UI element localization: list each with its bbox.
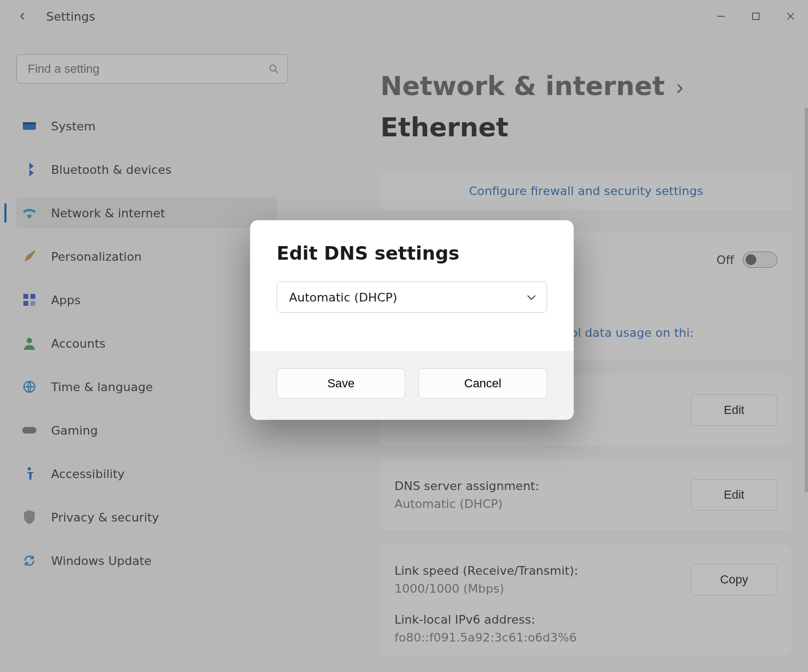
dialog-cancel-button[interactable]: Cancel (418, 368, 547, 399)
chevron-down-icon (526, 293, 537, 301)
dialog-title: Edit DNS settings (277, 242, 547, 264)
dns-mode-select[interactable]: Automatic (DHCP) (277, 281, 547, 313)
dialog-save-button[interactable]: Save (277, 368, 405, 399)
dns-mode-selected: Automatic (DHCP) (289, 291, 397, 304)
edit-dns-dialog: Edit DNS settings Automatic (DHCP) Save … (250, 220, 574, 420)
